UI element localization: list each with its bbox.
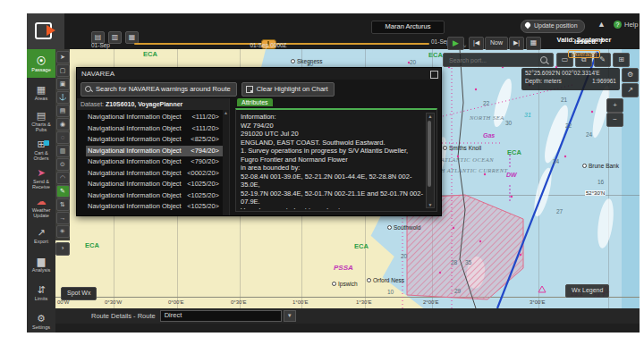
gas-field-label: Gas: [483, 132, 495, 139]
draw-icon[interactable]: ✎: [56, 185, 70, 198]
attributes-scrollbar[interactable]: ▲▼: [426, 113, 435, 208]
globe-icon[interactable]: ◉: [56, 118, 70, 130]
cloud-icon: ☁: [37, 196, 47, 206]
depth-number: 20: [401, 253, 407, 259]
chevron-down-icon[interactable]: ˅: [463, 44, 467, 49]
zoom-in-button[interactable]: +: [606, 98, 623, 113]
sidebar-item-cart-orders[interactable]: ⊞ Cart & Orders: [27, 135, 55, 164]
chevron-down-icon[interactable]: ▼: [284, 310, 296, 322]
sidebar-item-limits[interactable]: ⇵ Limits: [27, 278, 55, 307]
depth-number: 10: [307, 61, 313, 67]
dialog-toolbar: Search for NAVAREA warnings around Route…: [77, 80, 441, 98]
list-item[interactable]: Navigational Information Object<825/20>: [86, 134, 223, 146]
eca-label: ECA: [143, 50, 157, 58]
town-label: Ipswich: [332, 281, 358, 287]
curve-icon[interactable]: ◠: [56, 172, 70, 184]
help-icon: ?: [614, 21, 622, 29]
search-navarea-button[interactable]: Search for NAVAREA warnings around Route: [80, 82, 237, 97]
route-tool-icon[interactable]: ➤: [56, 51, 70, 63]
now-button[interactable]: Now: [485, 37, 508, 50]
sidebar-item-settings[interactable]: ⚙ Settings: [27, 307, 55, 335]
attributes-text: Information: WZ 794/20 291020 UTC Jul 20…: [241, 113, 424, 209]
sidebar-item-weather-update[interactable]: ☁ Weather Update: [27, 192, 55, 221]
arrow-icon[interactable]: →: [56, 212, 70, 224]
depth-number: 30: [505, 120, 512, 126]
weather-grid-icon[interactable]: ✳: [56, 225, 70, 238]
zoom-out-button[interactable]: −: [606, 113, 623, 127]
list-scrollbar[interactable]: ▲: [223, 110, 229, 215]
clear-highlight-button[interactable]: Clear Highlight on Chart: [242, 82, 335, 97]
longitude-tick: 1°00'E: [292, 299, 309, 305]
scrollbar-thumb[interactable]: [428, 121, 431, 187]
strip-expand-button[interactable]: ›: [55, 242, 70, 256]
list-item[interactable]: Navigational Information Object<790/20>: [86, 156, 223, 168]
app-logo[interactable]: [27, 13, 64, 49]
longitude-tick: 0°30'E: [231, 299, 247, 305]
sea-name-label: NORTH SEA: [470, 114, 504, 121]
issued-label: Issued: 7: [574, 38, 604, 46]
sliders-icon: ⇵: [37, 284, 45, 295]
list-item[interactable]: Navigational Information Object<1025/20>: [86, 190, 223, 202]
maximize-icon[interactable]: [430, 71, 438, 79]
wx-legend-button[interactable]: Wx Legend: [565, 284, 609, 298]
depth-number: 10: [387, 289, 394, 295]
send-icon: ➤: [37, 167, 45, 178]
compare-icon[interactable]: ⇅: [56, 198, 70, 211]
main-sidebar: ⦿ Passage ▦ Areas ▤ Charts & Pubs ⊞ Cart…: [27, 49, 55, 333]
sidebar-item-analysis[interactable]: ▆ Analysis: [27, 249, 55, 278]
sidebar-item-passage[interactable]: ⦿ Passage: [27, 49, 55, 78]
route-select[interactable]: Direct: [160, 310, 282, 322]
vessel-name-field[interactable]: Maran Arcturus: [371, 21, 445, 34]
dialog-titlebar[interactable]: NAVAREA: [77, 68, 441, 80]
alert-triangle-icon[interactable]: ▲: [597, 20, 606, 29]
list-item[interactable]: Navigational Information Object<111/20>: [86, 123, 223, 135]
list-item[interactable]: Navigational Information Object<1025/20>: [86, 179, 223, 190]
image-icon[interactable]: ▦: [125, 31, 139, 44]
sidebar-item-send-receive[interactable]: ➤ Send & Receive: [27, 164, 55, 192]
play-button[interactable]: ▶: [447, 37, 464, 50]
clear-highlight-icon: [246, 86, 253, 93]
port-search-box[interactable]: [443, 53, 554, 67]
anchor-icon[interactable]: ⚓: [56, 91, 70, 104]
phone-icon[interactable]: ◌: [56, 131, 70, 144]
buildings-icon[interactable]: ▥: [56, 145, 70, 157]
attributes-panel: Information: WZ 794/20 291020 UTC Jul 20…: [235, 108, 437, 212]
help-button[interactable]: ? Help: [614, 21, 638, 29]
skip-forward-button[interactable]: ▶|: [509, 37, 524, 50]
cursor-position-box: 52°25.6092'N 002°02.3314'E Depth: meters…: [521, 68, 620, 90]
list-item[interactable]: Navigational Information Object<0002/20>: [86, 168, 223, 180]
depth-units: Depth: meters: [525, 78, 562, 84]
location-pin-icon: [524, 21, 531, 29]
list-item[interactable]: Navigational Information Object<111/20>: [86, 112, 223, 123]
list-item[interactable]: Navigational Information Object<1025/20>: [86, 201, 223, 213]
eca-label: ECA: [507, 148, 521, 156]
top-toolbar: ▤ ▥ ▦ 01-Sep 01-Sep 0000Z Maran Arcturus…: [27, 13, 640, 49]
skip-back-button[interactable]: |◀: [469, 37, 484, 50]
update-position-button[interactable]: Update position: [521, 20, 585, 33]
chart-icon[interactable]: ▤: [56, 105, 70, 117]
sidebar-item-areas[interactable]: ▦ Areas: [27, 78, 55, 106]
route-tool-icon[interactable]: ↗: [622, 83, 639, 97]
stack-icon[interactable]: ▥: [108, 31, 122, 44]
sidebar-item-charts-pubs[interactable]: ▤ Charts & Pubs: [27, 106, 55, 135]
calendar-icon[interactable]: ▦: [526, 37, 541, 50]
app-window: ECA ECA ECA ECA ECA NORTH SEA NORTH ATLA…: [27, 13, 640, 333]
search-input[interactable]: [447, 55, 536, 65]
spot-wx-button[interactable]: Spot Wx: [61, 287, 97, 300]
longitude-axis: [55, 297, 640, 298]
attachment-icon[interactable]: ⊙: [56, 158, 70, 171]
passage-icon: ⦿: [37, 55, 47, 66]
longitude-tick: 1°30'E: [356, 299, 372, 305]
attributes-pane: Attributes Information: WZ 794/20 291020…: [230, 98, 441, 215]
cursor-position: 52°25.6092'N 002°02.3314'E: [525, 70, 616, 76]
monitor-icon[interactable]: ▢: [56, 64, 70, 77]
depth-number: 35: [465, 259, 471, 265]
image-icon[interactable]: ▣: [56, 78, 70, 90]
tab-attributes[interactable]: Attributes: [237, 98, 273, 106]
route-details-label: Route Details - Route: [91, 312, 156, 320]
timeline-start-date: 01-Sep: [91, 42, 110, 48]
export-icon: ↗: [37, 227, 45, 238]
sidebar-item-export[interactable]: ↗ Export: [27, 221, 55, 249]
gear-icon[interactable]: ⚙: [622, 68, 639, 82]
list-item-selected[interactable]: Navigational Information Object<794/20>: [86, 146, 223, 157]
